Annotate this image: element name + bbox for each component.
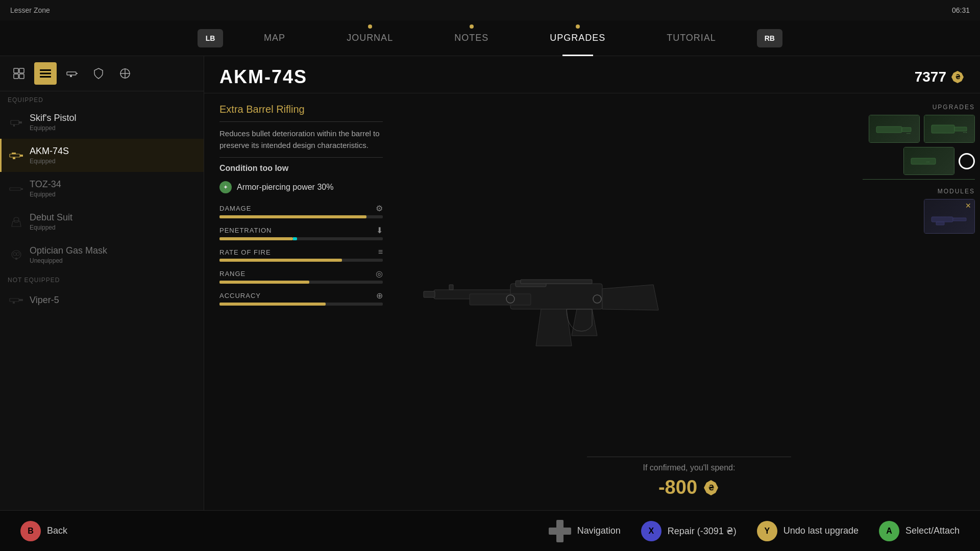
module-node-1[interactable]: ✕ xyxy=(924,199,975,234)
penetration-bar xyxy=(219,237,293,240)
svg-text:···: ··· xyxy=(926,160,930,164)
content-body: Extra Barrel Rifling Reduces bullet dete… xyxy=(204,93,980,507)
svg-rect-46 xyxy=(911,158,936,164)
svg-rect-15 xyxy=(13,124,15,127)
svg-point-23 xyxy=(13,253,16,256)
toz-name: TOZ-34 xyxy=(30,179,61,190)
suit-icon xyxy=(9,215,23,229)
toolbar-crosshair-icon[interactable] xyxy=(114,62,136,85)
navigation-action[interactable]: Navigation xyxy=(549,520,621,542)
svg-rect-43 xyxy=(932,125,954,133)
nav-tabs: LB Map Journal Notes Upgrades Tutorial R… xyxy=(0,20,980,56)
toolbar-weapon-icon[interactable] xyxy=(61,62,83,85)
bottom-actions-group: Navigation X Repair (-3091 ₴) Y Undo las… xyxy=(549,520,960,542)
svg-text:₴: ₴ xyxy=(955,73,961,81)
svg-rect-8 xyxy=(76,73,78,74)
svg-text:···: ··· xyxy=(906,131,911,136)
top-bar-left: Lesser Zone xyxy=(10,6,50,14)
back-action[interactable]: B Back xyxy=(20,521,67,541)
left-panel: Extra Barrel Rifling Reduces bullet dete… xyxy=(204,93,398,507)
viper-icon xyxy=(9,293,23,307)
range-icon: ◎ xyxy=(376,269,383,279)
confirm-area: If confirmed, you'll spend: -800 ₴ xyxy=(398,448,980,507)
undo-action[interactable]: Y Undo last upgrade xyxy=(757,521,859,541)
svg-rect-7 xyxy=(67,72,76,75)
tab-tutorial[interactable]: Tutorial xyxy=(636,20,747,56)
damage-bar xyxy=(219,215,366,218)
svg-rect-49 xyxy=(953,218,966,221)
a-button[interactable]: A xyxy=(879,521,899,541)
sidebar-item-gas-mask[interactable]: Optician Gas Mask Unequipped xyxy=(0,238,204,271)
lb-button[interactable]: LB xyxy=(198,29,223,47)
selected-upgrade-circle[interactable] xyxy=(959,153,975,169)
select-action[interactable]: A Select/Attach xyxy=(879,521,960,541)
connector-line xyxy=(863,179,975,180)
sidebar: Equipped Skif's Pistol Equipped AKM-74S xyxy=(0,56,204,510)
sidebar-item-toz34[interactable]: TOZ-34 Equipped xyxy=(0,172,204,205)
svg-rect-26 xyxy=(10,298,19,302)
sidebar-item-skifs-pistol[interactable]: Skif's Pistol Equipped xyxy=(0,106,204,139)
upgrade-node-3[interactable]: ··· xyxy=(903,147,954,175)
center-panel: UPGRADES ··· xyxy=(398,93,980,507)
svg-rect-21 xyxy=(21,188,23,190)
svg-point-24 xyxy=(16,253,19,256)
upgrade-node-2[interactable]: ··· xyxy=(924,115,975,143)
penetration-icon: ⬇ xyxy=(376,226,383,235)
divider-2 xyxy=(219,157,383,158)
accuracy-icon: ⊕ xyxy=(376,291,383,300)
svg-rect-25 xyxy=(15,258,17,260)
navigation-label: Navigation xyxy=(577,525,621,536)
sidebar-item-viper5[interactable]: Viper-5 xyxy=(0,286,204,314)
svg-rect-48 xyxy=(932,217,953,222)
toolbar-list-icon[interactable] xyxy=(34,62,57,85)
rof-label: RATE OF FIRE xyxy=(219,248,271,256)
toolbar-grid-icon[interactable] xyxy=(8,62,30,85)
svg-rect-13 xyxy=(11,120,19,124)
b-button[interactable]: B xyxy=(20,521,41,541)
suit-name: Debut Suit xyxy=(30,212,72,223)
tab-journal[interactable]: Journal xyxy=(316,20,424,56)
section-equipped: Equipped xyxy=(0,91,204,106)
tab-notes[interactable]: Notes xyxy=(424,20,519,56)
toolbar-badge-icon[interactable] xyxy=(87,62,110,85)
svg-rect-16 xyxy=(10,154,20,157)
upgrades-label: UPGRADES xyxy=(863,104,975,111)
x-button[interactable]: X xyxy=(641,521,662,541)
perk-icon: ✦ xyxy=(219,181,232,193)
stat-rate-of-fire: RATE OF FIRE ≡ xyxy=(219,247,383,262)
svg-rect-28 xyxy=(13,302,15,304)
weapon-header: AKM-74S 7377 ₴ xyxy=(204,56,980,93)
svg-rect-37 xyxy=(521,280,592,284)
svg-text:₴: ₴ xyxy=(708,484,714,492)
confirm-cost: -800 ₴ xyxy=(658,477,720,498)
upgrades-panel: UPGRADES ··· xyxy=(863,104,975,234)
sidebar-toolbar xyxy=(0,56,204,91)
module-x-icon: ✕ xyxy=(965,202,971,210)
currency-display: 7377 ₴ xyxy=(915,69,965,85)
svg-rect-20 xyxy=(10,188,21,190)
notes-dot xyxy=(470,24,474,29)
confirm-cost-value: -800 xyxy=(658,477,697,498)
select-label: Select/Attach xyxy=(905,525,960,536)
tab-map[interactable]: Map xyxy=(233,20,316,56)
confirm-divider xyxy=(587,457,791,457)
weapon-image xyxy=(408,223,766,377)
svg-rect-18 xyxy=(13,157,15,159)
svg-rect-6 xyxy=(40,76,51,78)
dpad-icon xyxy=(549,520,571,542)
upgrade-node-1[interactable]: ··· xyxy=(869,115,920,143)
journal-dot xyxy=(368,24,372,29)
repair-label: Repair (-3091 ₴) xyxy=(668,525,737,537)
back-label: Back xyxy=(47,525,67,536)
upgrades-dot xyxy=(576,24,580,29)
pistol-icon xyxy=(9,115,23,130)
repair-action[interactable]: X Repair (-3091 ₴) xyxy=(641,521,737,541)
y-button[interactable]: Y xyxy=(757,521,777,541)
rb-button[interactable]: RB xyxy=(757,29,782,47)
bottom-bar: B Back Navigation X Repair (-3091 ₴) Y U… xyxy=(0,510,980,551)
pistol-name: Skif's Pistol xyxy=(30,113,76,123)
penetration-label: PENETRATION xyxy=(219,227,272,234)
tab-upgrades[interactable]: Upgrades xyxy=(519,20,636,56)
sidebar-item-akm74s[interactable]: AKM-74S Equipped xyxy=(0,139,204,172)
sidebar-item-debut-suit[interactable]: Debut Suit Equipped xyxy=(0,205,204,238)
